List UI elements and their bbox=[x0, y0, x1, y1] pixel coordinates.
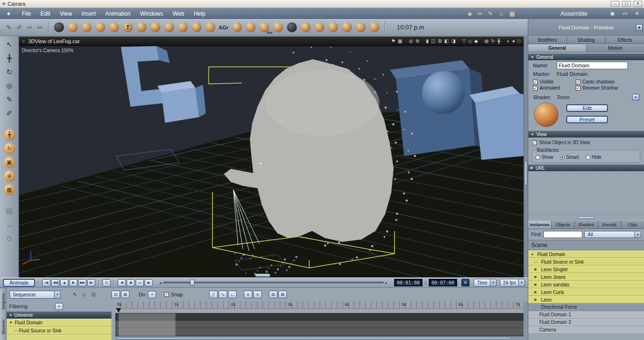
restore-panel-icon[interactable]: ▭ bbox=[622, 10, 627, 17]
splitter-handle[interactable] bbox=[255, 274, 270, 277]
scene-item-fluid-domain[interactable]: ▼Fluid Domain bbox=[528, 250, 644, 258]
scene-item-leon-singlet[interactable]: ▶Leon Singlet bbox=[528, 266, 644, 273]
close-panel-icon[interactable]: ✕ bbox=[635, 10, 639, 17]
storyboard-room-icon[interactable]: ▦ bbox=[509, 10, 515, 17]
particle-primitive-icon[interactable] bbox=[137, 22, 147, 32]
do-dropdown[interactable]: ▾ bbox=[148, 291, 156, 298]
zoom-tool-icon[interactable]: ⊙ bbox=[3, 233, 16, 244]
collapse-triangle-icon[interactable]: ▼ bbox=[531, 55, 534, 59]
drop-primitive-icon[interactable] bbox=[192, 22, 202, 32]
prev-key-button[interactable]: ◀ bbox=[118, 279, 126, 286]
close-button[interactable]: ✕ bbox=[634, 1, 642, 7]
go-end-button[interactable]: ▶| bbox=[87, 279, 95, 286]
tween-bezier-icon[interactable]: ∿ bbox=[219, 291, 227, 298]
spline-primitive-icon[interactable] bbox=[164, 22, 174, 32]
receive-shadow-checkbox[interactable]: ✓ bbox=[576, 86, 580, 91]
tab-effects[interactable]: Effects bbox=[606, 36, 644, 44]
menu-file[interactable]: File bbox=[17, 8, 36, 19]
scrollbar-thumb[interactable] bbox=[116, 337, 511, 340]
grid-snap-icon[interactable]: ▦ bbox=[398, 38, 402, 44]
minimize-button[interactable]: – bbox=[611, 1, 619, 7]
preset-shader-button[interactable]: Preset bbox=[566, 116, 608, 123]
pointer-tool-icon[interactable]: ↖ bbox=[73, 291, 77, 298]
frame-back-button[interactable]: ◀◀ bbox=[51, 279, 59, 286]
animate-button[interactable]: Animate bbox=[3, 279, 35, 287]
sdk-plugin-icon[interactable]: SDK bbox=[259, 22, 269, 32]
wrench-tool-icon[interactable]: ✎ bbox=[6, 24, 12, 31]
menu-edit[interactable]: Edit bbox=[36, 8, 55, 19]
collapse-triangle-icon[interactable]: ▼ bbox=[531, 133, 534, 136]
scene-item-fluid-source-or-sink[interactable]: ─Fluid Source or Sink bbox=[528, 258, 644, 266]
quality-bbox-icon[interactable]: ▽ bbox=[462, 38, 466, 44]
tab-shaders[interactable]: Shaders bbox=[575, 221, 598, 229]
delete-key-button[interactable]: ▭ bbox=[136, 279, 144, 286]
view-section-header[interactable]: ▼ View bbox=[528, 131, 644, 138]
3d-viewport[interactable]: Director's Camera 100% bbox=[19, 46, 524, 277]
casts-shadows-checkbox[interactable]: ✓ bbox=[576, 80, 580, 84]
layout-four-icon[interactable]: ⊞ bbox=[438, 38, 442, 44]
flag-icon[interactable]: ⚑ bbox=[391, 38, 396, 44]
tab-sounds[interactable]: Sounds bbox=[598, 221, 621, 229]
sprinkler-primitive-icon[interactable] bbox=[342, 22, 352, 32]
universal-manipulator-icon[interactable]: ⊕ bbox=[4, 170, 15, 182]
scene-item-leon[interactable]: ▶Leon bbox=[528, 296, 644, 303]
timeline-tracks[interactable]: 0s1s2s3s4s5s6s7s bbox=[115, 301, 524, 340]
find-input[interactable] bbox=[543, 231, 582, 238]
orbit-reset-icon[interactable]: ◍ bbox=[485, 38, 489, 44]
emitter-primitive-icon[interactable] bbox=[328, 22, 338, 32]
orbit-rotate-icon[interactable]: ↻ bbox=[491, 38, 495, 44]
tab-general[interactable]: General bbox=[528, 44, 587, 52]
tab-modifiers[interactable]: Modifiers bbox=[528, 36, 567, 44]
snap-checkbox[interactable]: ✓ bbox=[164, 292, 169, 297]
slider-thumb[interactable] bbox=[190, 280, 194, 285]
rotate-gizmo-icon[interactable]: ↻ bbox=[4, 143, 15, 154]
total-time-field[interactable]: 00:07:00 bbox=[429, 279, 457, 286]
scene-item-leon-curls[interactable]: ▶Leon Curls bbox=[528, 288, 644, 296]
scene-item-leon-sandals[interactable]: ▶Leon sandals bbox=[528, 281, 644, 288]
clear-time-button[interactable]: ✕ bbox=[461, 279, 469, 286]
duck-primitive-icon[interactable] bbox=[95, 22, 105, 32]
plane-primitive-icon[interactable] bbox=[178, 22, 188, 32]
collapse-triangle-icon[interactable]: ▶ bbox=[531, 166, 533, 170]
menu-animation[interactable]: Animation bbox=[101, 8, 135, 19]
sequencer-track-fluid-domain[interactable]: ▼Fluid Domain bbox=[7, 319, 111, 327]
puff-primitive-icon[interactable] bbox=[301, 22, 311, 32]
sequencer-track-universe[interactable]: ▼ Universe bbox=[7, 312, 111, 319]
next-key-button[interactable]: ▶ bbox=[145, 279, 153, 286]
tab-objects[interactable]: Objects bbox=[552, 221, 575, 229]
sphere-primitive-icon[interactable] bbox=[54, 22, 64, 32]
viewport-scrollbar[interactable] bbox=[524, 37, 528, 277]
display-wire-globe-icon[interactable]: ◐ bbox=[507, 38, 510, 44]
timeline-ruler[interactable]: 0s1s2s3s4s5s6s7s bbox=[115, 301, 524, 309]
general-section-header[interactable]: ▼ General bbox=[528, 54, 644, 60]
layout-three-left-icon[interactable]: ◧ bbox=[444, 38, 449, 44]
scene-item-fluid-domain-2[interactable]: Fluid Domain 2 bbox=[528, 319, 644, 326]
move-tool-icon[interactable]: ╋ bbox=[3, 53, 16, 64]
timeline-scrollbar[interactable] bbox=[115, 336, 524, 340]
sequencer-side-tab[interactable]: Sequenc. bbox=[0, 288, 7, 313]
quality-shaded-icon[interactable]: ◆ bbox=[474, 38, 478, 44]
menu-insert[interactable]: Insert bbox=[77, 8, 101, 19]
scale-gizmo-icon[interactable]: ▣ bbox=[4, 156, 15, 168]
cloud-primitive-icon[interactable] bbox=[287, 22, 297, 32]
backface-show-radio[interactable] bbox=[535, 155, 540, 160]
tab-clips[interactable]: Clips bbox=[621, 221, 644, 229]
target-primitive-icon[interactable] bbox=[356, 22, 366, 32]
move-gizmo-icon[interactable]: ╋ bbox=[4, 129, 15, 140]
filter-dropdown[interactable]: All ▾ bbox=[584, 231, 641, 238]
eye-icon[interactable]: ◉ bbox=[610, 10, 615, 17]
frame-all-icon[interactable]: ⊞ bbox=[278, 291, 287, 298]
prev-event-icon[interactable]: ∧ bbox=[244, 291, 252, 298]
bowl-primitive-icon[interactable] bbox=[273, 22, 283, 32]
url-section-header[interactable]: ▶ URL bbox=[528, 165, 644, 171]
rotate-tool-icon[interactable]: ↻ bbox=[3, 66, 16, 78]
maximize-view-icon[interactable]: ⊕ bbox=[415, 38, 419, 44]
panel-splitter[interactable] bbox=[528, 214, 644, 221]
shell-primitive-icon[interactable] bbox=[232, 22, 242, 32]
scrollbar-thumb[interactable] bbox=[524, 161, 527, 185]
terrain-primitive-icon[interactable] bbox=[246, 22, 256, 32]
shader-dropdown[interactable]: ▾ bbox=[632, 94, 639, 101]
menu-web[interactable]: Web bbox=[168, 8, 189, 19]
stop-button[interactable]: ■ bbox=[60, 279, 68, 286]
play-button[interactable]: ▶ bbox=[69, 279, 77, 286]
